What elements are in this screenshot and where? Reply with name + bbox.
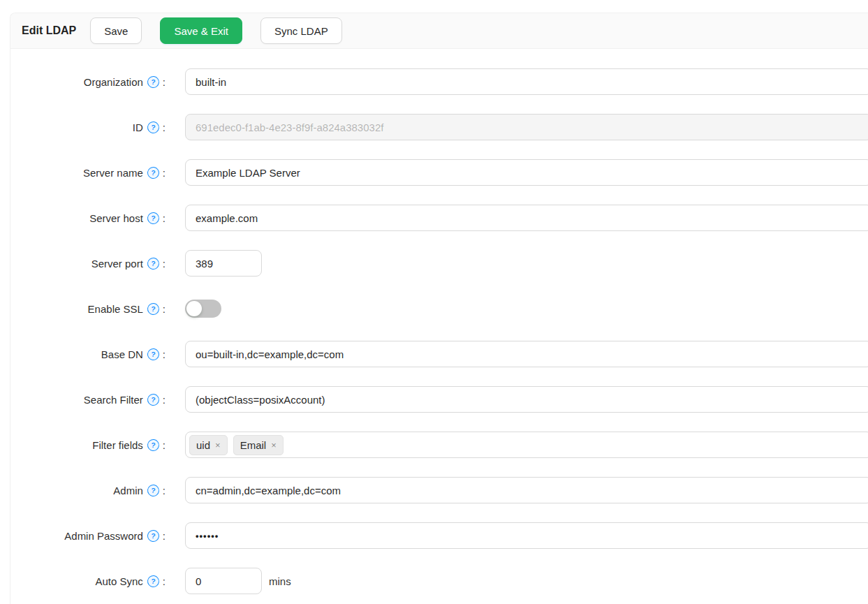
help-icon[interactable]: ?	[147, 75, 160, 88]
server-port-input[interactable]	[185, 250, 262, 277]
admin-input[interactable]	[185, 477, 868, 503]
base-dn-label: Base DN ? :	[10, 348, 165, 360]
admin-label: Admin ? :	[10, 485, 165, 496]
auto-sync-input[interactable]	[185, 568, 262, 594]
row-search-filter: Search Filter ? :	[10, 386, 868, 413]
id-input	[185, 114, 868, 140]
help-icon[interactable]: ?	[147, 120, 160, 133]
save-and-exit-button[interactable]: Save & Exit	[160, 17, 242, 44]
row-base-dn: Base DN ? :	[10, 341, 868, 367]
row-organization: Organization ? :	[10, 68, 868, 95]
admin-password-label: Admin Password ? :	[10, 530, 165, 542]
form-body: Organization ? : ID ? : Server name ?	[10, 49, 868, 594]
filter-field-tag: uid ×	[189, 435, 228, 455]
remove-tag-icon[interactable]: ×	[271, 441, 277, 450]
help-icon[interactable]: ?	[147, 302, 160, 315]
edit-ldap-card: Edit LDAP Save Save & Exit Sync LDAP Org…	[10, 13, 868, 604]
admin-password-input[interactable]	[185, 522, 868, 549]
id-label: ID ? :	[10, 121, 165, 133]
help-icon[interactable]: ?	[147, 438, 160, 451]
enable-ssl-label: Enable SSL ? :	[10, 303, 165, 315]
card-header: Edit LDAP Save Save & Exit Sync LDAP	[10, 13, 868, 49]
help-icon[interactable]: ?	[147, 347, 160, 360]
row-filter-fields: Filter fields ? : uid × Email ×	[10, 432, 868, 458]
row-admin-password: Admin Password ? :	[10, 522, 868, 549]
auto-sync-unit: mins	[269, 575, 291, 587]
row-enable-ssl: Enable SSL ? :	[10, 295, 868, 322]
filter-fields-select[interactable]: uid × Email ×	[185, 432, 868, 458]
row-id: ID ? :	[10, 114, 868, 140]
save-button[interactable]: Save	[90, 17, 142, 44]
organization-input[interactable]	[185, 68, 868, 95]
row-admin: Admin ? :	[10, 477, 868, 503]
filter-field-tag: Email ×	[233, 435, 284, 455]
server-host-input[interactable]	[185, 205, 868, 231]
server-name-input[interactable]	[185, 159, 868, 186]
organization-label: Organization ? :	[10, 76, 165, 88]
help-icon[interactable]: ?	[147, 211, 160, 224]
base-dn-input[interactable]	[185, 341, 868, 367]
sync-ldap-button[interactable]: Sync LDAP	[260, 17, 342, 44]
help-icon[interactable]: ?	[147, 529, 160, 542]
help-icon[interactable]: ?	[147, 392, 160, 406]
row-server-port: Server port ? :	[10, 250, 868, 277]
remove-tag-icon[interactable]: ×	[215, 441, 221, 450]
toggle-knob-icon	[186, 301, 202, 316]
server-host-label: Server host ? :	[10, 212, 165, 224]
server-port-label: Server port ? :	[10, 258, 165, 270]
row-auto-sync: Auto Sync ? : mins	[10, 568, 868, 594]
help-icon[interactable]: ?	[147, 574, 160, 587]
enable-ssl-toggle[interactable]	[185, 300, 221, 318]
page-title: Edit LDAP	[22, 24, 76, 37]
filter-fields-label: Filter fields ? :	[10, 439, 165, 451]
search-filter-input[interactable]	[185, 386, 868, 413]
help-icon[interactable]: ?	[147, 483, 160, 496]
search-filter-label: Search Filter ? :	[10, 394, 165, 406]
help-icon[interactable]: ?	[147, 165, 160, 179]
row-server-name: Server name ? :	[10, 159, 868, 186]
auto-sync-label: Auto Sync ? :	[10, 575, 165, 587]
row-server-host: Server host ? :	[10, 205, 868, 231]
server-name-label: Server name ? :	[10, 167, 165, 179]
help-icon[interactable]: ?	[147, 256, 160, 270]
